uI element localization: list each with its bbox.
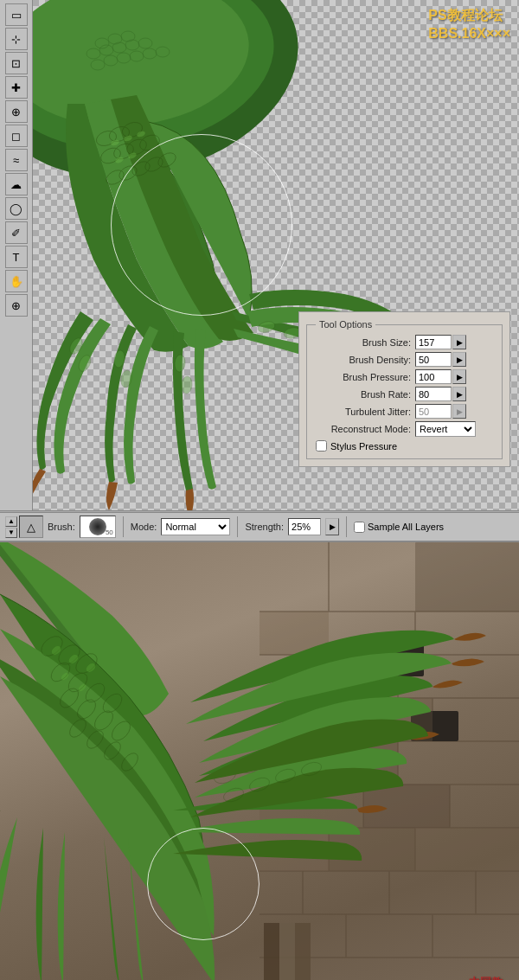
zoom-tool[interactable]: ⊕	[5, 294, 28, 317]
separator-2	[237, 516, 238, 537]
turbulent-jitter-arrow[interactable]: ▶	[452, 404, 466, 419]
brush-pressure-label: Brush Pressure:	[316, 372, 415, 382]
separator-3	[346, 516, 347, 537]
smudge-tool[interactable]: ☁	[5, 173, 28, 195]
clone-tool[interactable]: ⊕	[5, 100, 28, 123]
brush-pressure-row: Brush Pressure: ▶	[316, 369, 493, 384]
brush-pressure-input[interactable]	[415, 369, 452, 384]
brush-size-label: Brush Size:	[316, 337, 415, 348]
mode-select-smudge[interactable]: Normal Darken Lighten Hue Saturation Col…	[161, 518, 230, 535]
brush-rate-arrow[interactable]: ▶	[452, 387, 466, 401]
current-tool-icon[interactable]: △	[19, 516, 43, 538]
svg-rect-77	[415, 542, 519, 612]
tool-up-arrow[interactable]: ▲	[5, 516, 17, 527]
brush-size-display: 50	[106, 528, 113, 536]
left-toolbar: ▭ ⊹ ⊡ ✚ ⊕ ◻ ≈ ☁ ◯ ✐ T ✋ ⊕	[0, 0, 33, 510]
brush-size-row: Brush Size: ▶	[316, 335, 493, 349]
brush-density-row: Brush Density: ▶	[316, 352, 493, 367]
brush-rate-label: Brush Rate:	[316, 389, 415, 400]
turbulent-jitter-row: Turbulent Jitter: ▶	[316, 404, 493, 419]
blur-tool[interactable]: ≈	[5, 149, 28, 171]
brush-preview-box[interactable]: 50	[80, 516, 116, 538]
pen-tool[interactable]: ✐	[5, 221, 28, 244]
watermark-bottom: 中国教··· UiBQ.CoM	[448, 975, 512, 980]
watermark-line1: PS教程论坛	[428, 7, 510, 25]
brush-rate-input[interactable]	[415, 387, 452, 401]
lasso-tool[interactable]: ⊹	[5, 28, 28, 50]
tool-switcher: ▲ ▼ △	[5, 516, 43, 538]
stone-texture-svg	[0, 542, 519, 980]
svg-rect-87	[264, 923, 279, 980]
reconstruct-mode-select[interactable]: Revert Restore Rigid	[415, 421, 476, 437]
turbulent-jitter-label: Turbulent Jitter:	[316, 407, 415, 417]
sample-all-layers-checkbox[interactable]	[354, 522, 365, 533]
smudge-options-toolbar: ▲ ▼ △ Brush: 50 Mode: Normal Darken Ligh…	[0, 513, 519, 542]
top-canvas-area: ▭ ⊹ ⊡ ✚ ⊕ ◻ ≈ ☁ ◯ ✐ T ✋ ⊕	[0, 0, 519, 510]
reconstruct-mode-row: Reconstruct Mode: Revert Restore Rigid	[316, 421, 493, 437]
stylus-pressure-row: Stylus Pressure	[316, 440, 493, 452]
hand-tool[interactable]: ✋	[5, 270, 28, 292]
strength-arrow-smudge[interactable]: ▶	[325, 518, 339, 535]
stylus-pressure-checkbox[interactable]	[316, 440, 327, 452]
brush-rate-row: Brush Rate: ▶	[316, 387, 493, 401]
panel-title: Tool Options	[316, 319, 375, 330]
bottom-cn-text: 中国教···	[448, 975, 512, 980]
mode-label-smudge: Mode:	[131, 522, 157, 532]
bottom-canvas-area: 中国教··· UiBQ.CoM	[0, 542, 519, 980]
brush-circle-indicator-bottom	[147, 828, 260, 940]
turbulent-jitter-input[interactable]	[415, 404, 452, 419]
dodge-tool[interactable]: ◯	[5, 197, 28, 220]
brush-circle-indicator-top	[111, 134, 292, 316]
watermark-line2: BBS.16X×××	[428, 25, 510, 43]
strength-input-smudge[interactable]	[288, 518, 321, 535]
brush-size-arrow[interactable]: ▶	[452, 335, 466, 349]
brush-size-input[interactable]	[415, 335, 452, 349]
reconstruct-mode-label: Reconstruct Mode:	[316, 424, 415, 434]
sample-layers-label[interactable]: Sample All Layers	[354, 522, 444, 533]
marquee-tool[interactable]: ▭	[5, 3, 28, 26]
tool-arrows: ▲ ▼	[5, 516, 17, 538]
brush-preview-circle	[89, 518, 106, 535]
stylus-pressure-label: Stylus Pressure	[330, 441, 397, 452]
tool-options-panel: Tool Options Brush Size: ▶ Brush Density…	[298, 311, 510, 467]
brush-density-label: Brush Density:	[316, 355, 415, 365]
eraser-tool[interactable]: ◻	[5, 125, 28, 147]
canvas-image-top: PS教程论坛 BBS.16X××× Tool Options Brush Siz…	[33, 0, 519, 510]
svg-rect-89	[295, 923, 311, 980]
tool-down-arrow[interactable]: ▼	[5, 528, 17, 538]
brush-density-input[interactable]	[415, 352, 452, 367]
brush-density-arrow[interactable]: ▶	[452, 352, 466, 367]
brush-label: Brush:	[48, 522, 75, 532]
watermark-top: PS教程论坛 BBS.16X×××	[428, 7, 510, 43]
brush-pressure-arrow[interactable]: ▶	[452, 369, 466, 384]
svg-rect-88	[279, 923, 295, 980]
strength-label-smudge: Strength:	[245, 522, 284, 532]
text-tool[interactable]: T	[5, 246, 28, 268]
crop-tool[interactable]: ⊡	[5, 52, 28, 74]
separator-1	[123, 516, 124, 537]
sample-all-layers-text: Sample All Layers	[368, 522, 444, 532]
svg-rect-86	[415, 828, 519, 871]
heal-tool[interactable]: ✚	[5, 76, 28, 99]
